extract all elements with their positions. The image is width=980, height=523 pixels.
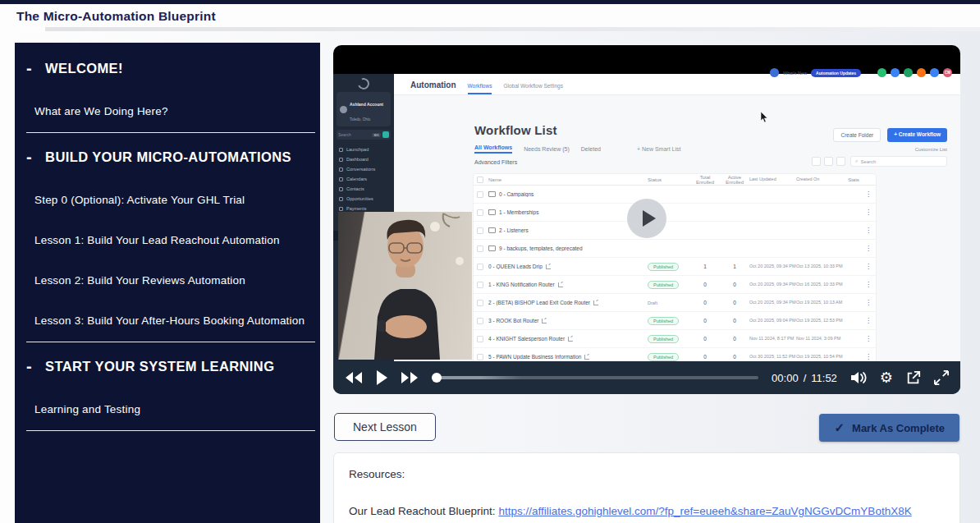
status-badge: Published (648, 263, 679, 271)
collapse-minus-icon[interactable]: - (26, 149, 32, 164)
lesson-main: Ashland Account Toledo, Ohio Search ⌘K L… (333, 45, 960, 523)
kebab-menu-icon: ⋮ (864, 317, 872, 324)
volume-button[interactable] (850, 370, 867, 385)
time-separator: / (804, 372, 807, 384)
row-checkbox (477, 227, 488, 234)
page: The Micro-Automation Blueprint - WELCOME… (0, 0, 980, 523)
table-row-folder: 1 - Memberships ⋮ (474, 204, 876, 222)
col-active: Active Enrolled (720, 175, 749, 185)
section-title: START YOUR SYSTEM LEARNING (45, 359, 274, 374)
tab-all-workflows: All Workflows (474, 145, 512, 154)
kebab-menu-icon: ⋮ (864, 209, 872, 216)
section-start-system-learning[interactable]: - START YOUR SYSTEM LEARNING (26, 357, 309, 375)
tab-needs-review: Needs Review (5) (524, 146, 570, 152)
time-current: 00:00 (772, 372, 799, 384)
sidebar-item-lesson1[interactable]: Lesson 1: Build Your Lead Reachout Autom… (34, 234, 309, 246)
next-lesson-button[interactable]: Next Lesson (334, 413, 436, 441)
open-workflow-icon (568, 337, 573, 342)
resource-link[interactable]: https://affiliates.gohighlevel.com/?fp_r… (498, 505, 911, 517)
kebab-menu-icon: ⋮ (864, 299, 872, 306)
open-workflow-icon (542, 319, 547, 323)
status-badge: Published (648, 353, 679, 361)
open-workflow-icon (584, 355, 589, 360)
status-badge: Published (648, 335, 679, 343)
new-smart-list-link: + New Smart List (637, 146, 681, 152)
section-welcome[interactable]: - WELCOME! (26, 59, 309, 77)
alerts-icon (917, 68, 926, 77)
mouse-cursor (760, 112, 768, 123)
payments-icon (339, 207, 343, 211)
sidebar-item-learning-and-testing[interactable]: Learning and Testing (34, 403, 309, 415)
mark-as-complete-button[interactable]: ✓ Mark As Complete (819, 414, 959, 442)
table-tool-buttons (812, 157, 845, 166)
progress-handle[interactable] (432, 373, 442, 383)
col-total: Total Enrolled (690, 175, 720, 185)
ghl-nav: Launchpad Dashboard Conversations Calend… (333, 145, 394, 213)
sidebar-item-lesson3[interactable]: Lesson 3: Build Your After-Hours Booking… (34, 314, 309, 327)
kebab-menu-icon: ⋮ (864, 190, 872, 198)
row-checkbox (477, 354, 488, 360)
sidebar-item-what-are-we-doing-here[interactable]: What are We Doing Here? (34, 105, 309, 117)
calendar-icon (339, 177, 343, 181)
play-overlay-button[interactable] (627, 199, 666, 238)
progress-track (432, 376, 758, 379)
section-build-micro-automations[interactable]: - BUILD YOUR MICRO-AUTOMATIONS (26, 148, 309, 166)
table-row-folder: 9 - backups, templates, deprecated ⋮ (474, 240, 876, 258)
status-badge: Draft (648, 300, 657, 305)
workflow-table: Name Status Total Enrolled Active Enroll… (473, 173, 877, 385)
ghl-page-title: Automation (410, 80, 456, 94)
row-checkbox (477, 264, 488, 270)
sidebar-item-step0[interactable]: Step 0 (Optional): Activate Your GHL Tri… (34, 194, 309, 206)
fullscreen-button[interactable] (934, 370, 949, 385)
contacts-icon (339, 187, 343, 191)
whats-new-label: What's New (783, 71, 807, 76)
ghl-logo (356, 76, 372, 92)
kebab-menu-icon: ⋮ (864, 227, 872, 234)
webcam-overlay (338, 212, 472, 360)
section-divider (26, 132, 315, 133)
mark-as-complete-label: Mark As Complete (852, 422, 945, 434)
fast-forward-button[interactable] (401, 371, 419, 384)
settings-button[interactable]: ⚙ (880, 370, 893, 385)
ghl-search-shortcut: ⌘K (372, 133, 381, 137)
collapse-minus-icon[interactable]: - (26, 61, 32, 76)
compose-icon (891, 68, 900, 77)
time-total: 11:52 (811, 372, 837, 384)
ghl-nav-launchpad: Launchpad (333, 145, 394, 154)
play-icon (376, 370, 387, 385)
table-row-workflow: 4 - KNIGHT Salesperson Router Published … (474, 330, 876, 348)
search-icon: ⌕ (855, 158, 858, 164)
fullscreen-icon (934, 370, 949, 385)
row-checkbox (477, 282, 488, 288)
tab-deleted: Deleted (581, 146, 601, 152)
play-button[interactable] (376, 370, 387, 385)
refresh-icon (812, 157, 821, 166)
fast-forward-icon (401, 371, 419, 384)
video-player[interactable]: Ashland Account Toledo, Ohio Search ⌘K L… (333, 45, 960, 394)
ghl-nav-contacts: Contacts (333, 184, 394, 194)
table-row-folder: 2 - Listeners ⋮ (474, 222, 876, 240)
create-folder-button: Create Folder (833, 128, 881, 142)
rewind-icon (345, 371, 363, 384)
sidebar-item-lesson2[interactable]: Lesson 2: Build Your Reviews Automation (34, 274, 309, 287)
folder-icon (488, 227, 496, 233)
folder-icon (488, 191, 496, 197)
workflow-tabs: All Workflows Needs Review (5) Deleted +… (474, 145, 680, 154)
workflow-search-input: ⌕ Search (850, 156, 947, 167)
collapse-minus-icon[interactable]: - (26, 359, 32, 374)
row-checkbox (477, 209, 488, 216)
kebab-menu-icon: ⋮ (864, 335, 872, 342)
ghl-account-switcher: Ashland Account Toledo, Ohio (337, 92, 391, 126)
external-link-icon (906, 370, 921, 385)
col-created: Created On (796, 177, 843, 182)
headset-icon (770, 68, 779, 77)
create-workflow-button: + Create Workflow (887, 128, 947, 142)
progress-bar[interactable] (432, 372, 758, 383)
kebab-menu-icon: ⋮ (864, 353, 872, 360)
kebab-menu-icon: ⋮ (864, 263, 872, 270)
header-divider (45, 27, 980, 31)
ghl-nav-opportunities: Opportunities (333, 194, 394, 204)
popout-button[interactable] (906, 370, 921, 385)
section-title: BUILD YOUR MICRO-AUTOMATIONS (45, 149, 291, 165)
rewind-button[interactable] (345, 371, 363, 384)
